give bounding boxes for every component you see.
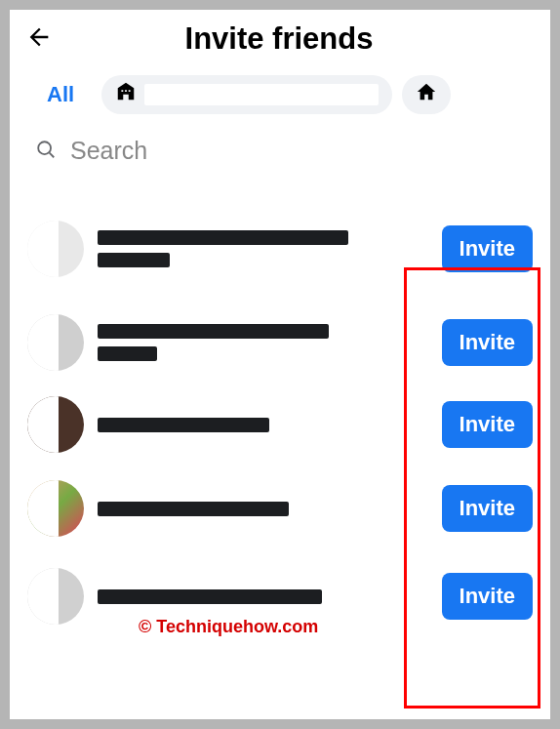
invite-button[interactable]: Invite [442, 319, 533, 366]
avatar [27, 221, 84, 277]
friend-name [84, 587, 442, 607]
friend-name [84, 321, 442, 364]
filter-row: All [10, 66, 550, 127]
list-item: Invite [10, 460, 550, 557]
invite-button[interactable]: Invite [442, 225, 533, 272]
search-row [10, 127, 550, 182]
friend-name [84, 415, 442, 435]
friend-name [84, 227, 442, 270]
building-icon [115, 81, 137, 108]
invite-button[interactable]: Invite [442, 573, 533, 620]
header: Invite friends [10, 10, 550, 66]
list-item: Invite [10, 296, 550, 389]
avatar [27, 396, 84, 453]
friend-name [84, 499, 442, 519]
invite-button[interactable]: Invite [442, 401, 533, 448]
svg-point-0 [38, 142, 51, 154]
list-item: Invite [10, 202, 550, 296]
filter-chip-label [144, 84, 379, 105]
avatar [27, 568, 84, 625]
search-input[interactable] [70, 137, 525, 165]
filter-chip-location[interactable] [101, 75, 392, 114]
home-icon [416, 81, 437, 108]
avatar [27, 480, 84, 537]
page-title: Invite friends [23, 21, 535, 57]
list-item: Invite [10, 557, 550, 635]
filter-tab-all[interactable]: All [29, 74, 92, 115]
filter-chip-home[interactable] [402, 75, 451, 114]
search-icon [35, 139, 57, 164]
invite-button[interactable]: Invite [442, 485, 533, 532]
friend-list: Invite Invite Invite Invite [10, 182, 550, 635]
avatar [27, 314, 84, 371]
app-container: Invite friends All Invite [10, 10, 550, 719]
list-item: Invite [10, 389, 550, 460]
svg-line-1 [50, 152, 55, 157]
